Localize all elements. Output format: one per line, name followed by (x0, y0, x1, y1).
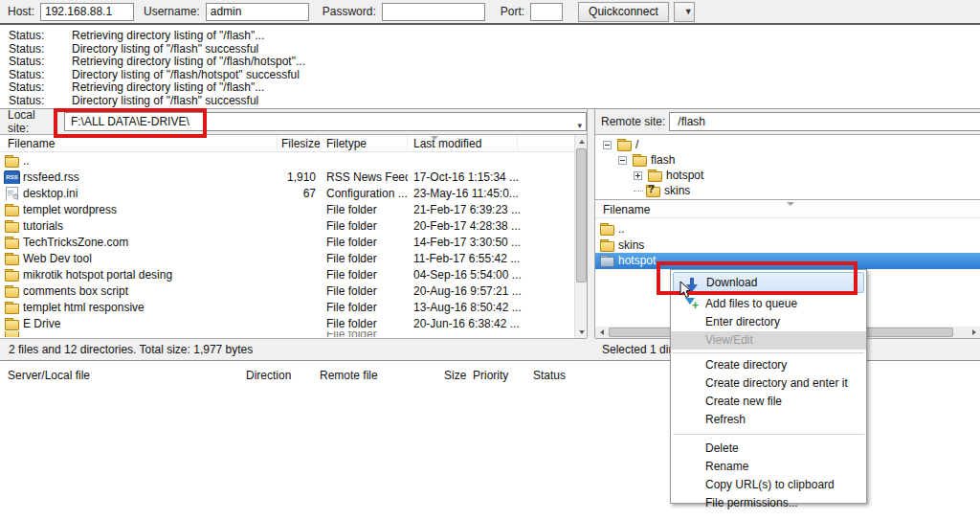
tree-item-flash[interactable]: flash (595, 152, 980, 168)
local-row-folder[interactable]: mikrotik hotspot portal desing File fold… (0, 266, 574, 283)
log-label: Status: (9, 43, 72, 57)
mouse-cursor-icon (679, 281, 693, 300)
folder-icon (4, 252, 19, 265)
menu-item-download[interactable]: Download (673, 272, 864, 293)
column-header-filename[interactable]: Filename (603, 203, 650, 216)
tree-item-root[interactable]: / (595, 137, 980, 152)
queue-column-remote-file[interactable]: Remote file (320, 369, 378, 382)
menu-item-file-permissions[interactable]: File permissions... (671, 494, 866, 512)
folder-icon (4, 154, 19, 168)
local-row-folder[interactable]: templet wordpress File folder 21-Feb-17 … (0, 201, 574, 217)
column-header-filetype[interactable]: Filetype (319, 135, 408, 152)
remote-list-header: Filename (595, 201, 980, 218)
tree-collapse-icon[interactable] (618, 156, 627, 165)
folder-icon (4, 331, 19, 337)
caret-down-icon: ▼ (684, 7, 693, 16)
folder-icon (599, 222, 614, 236)
quickconnect-button[interactable]: Quickconnect (578, 2, 669, 22)
scroll-right-icon (972, 329, 976, 335)
queue-column-status[interactable]: Status (533, 369, 566, 382)
tree-collapse-icon[interactable] (603, 141, 612, 149)
remote-site-bar: Remote site: /flash (595, 109, 980, 135)
log-line: Status:Retrieving directory listing of "… (9, 56, 980, 69)
remote-site-label: Remote site: (601, 115, 665, 128)
tree-expand-icon[interactable] (634, 171, 642, 180)
password-label: Password: (323, 5, 376, 18)
local-site-label: Local site: (8, 108, 59, 135)
chevron-down-icon[interactable]: ▾ (577, 117, 582, 134)
menu-item-rename[interactable]: Rename (671, 458, 866, 476)
local-row-rssfeed[interactable]: rssfeed.rss 1,910 RSS News Feed 17-Oct-1… (0, 169, 574, 185)
tree-connector (634, 191, 643, 192)
local-vertical-scrollbar[interactable] (574, 135, 587, 338)
username-input[interactable] (206, 3, 309, 21)
remote-site-combobox[interactable]: /flash (669, 112, 980, 131)
tree-item-skins[interactable]: ? skins (595, 183, 980, 198)
local-row-folder[interactable]: E Drive File folder 20-Jun-16 6:38:42 ..… (0, 315, 574, 331)
scroll-down-button[interactable] (575, 326, 587, 338)
folder-blue-icon (599, 254, 614, 267)
menu-item-create-directory-and-enter[interactable]: Create directory and enter it (671, 374, 866, 393)
log-message: Retrieving directory listing of "/flash"… (72, 30, 264, 43)
port-input[interactable] (530, 3, 563, 21)
scrollbar-thumb[interactable] (576, 148, 587, 283)
tree-item-hotspot[interactable]: hotspot (595, 168, 980, 183)
remote-row-parent-dir[interactable]: .. (595, 221, 980, 237)
folder-icon (4, 284, 19, 298)
password-input[interactable] (382, 3, 485, 21)
local-row-clipped[interactable]: File folder (0, 331, 574, 337)
rss-icon (4, 170, 19, 184)
scroll-up-button[interactable] (575, 135, 587, 147)
menu-item-refresh[interactable]: Refresh (671, 411, 866, 429)
local-row-desktop-ini[interactable]: ⚙desktop.ini 67 Configuration ... 23-May… (0, 185, 574, 201)
local-list-header: Filename Filesize Filetype Last modified (0, 135, 587, 152)
queue-column-priority[interactable]: Priority (473, 369, 508, 382)
column-header-filename[interactable]: Filename (0, 135, 278, 152)
scroll-down-icon (579, 330, 585, 334)
scroll-left-icon (600, 329, 604, 335)
filezilla-window: Host: Username: Password: Port: Quickcon… (0, 0, 980, 520)
local-site-combobox[interactable]: F:\ALL DATA\E-DRIVE\ ▾ (64, 112, 587, 131)
local-row-folder[interactable]: TechTricksZone.com File folder 14-Feb-17… (0, 234, 574, 250)
folder-icon (4, 301, 19, 314)
host-input[interactable] (40, 3, 134, 21)
username-label: Username: (144, 5, 200, 18)
pane-splitter[interactable] (587, 109, 595, 360)
quickconnect-bar: Host: Username: Password: Port: Quickcon… (0, 0, 980, 25)
folder-icon (647, 169, 662, 182)
scroll-right-button[interactable] (968, 327, 980, 338)
local-row-folder[interactable]: Web Dev tool File folder 11-Feb-17 6:55:… (0, 250, 574, 266)
menu-item-create-directory[interactable]: Create directory (671, 356, 866, 374)
remote-row-skins[interactable]: skins (595, 237, 980, 254)
menu-separator (673, 352, 864, 353)
menu-item-create-new-file[interactable]: Create new file (671, 393, 866, 411)
queue-column-server-local-file[interactable]: Server/Local file (8, 369, 90, 382)
local-row-folder[interactable]: comments box script File folder 20-Aug-1… (0, 283, 574, 299)
log-label: Status: (9, 56, 72, 69)
local-row-parent-dir[interactable]: .. (0, 152, 574, 169)
local-site-path: F:\ALL DATA\E-DRIVE\ (71, 115, 189, 128)
log-line: Status:Retrieving directory listing of "… (9, 30, 980, 43)
add-to-queue-icon (683, 298, 697, 311)
local-file-list: Filename Filesize Filetype Last modified… (0, 135, 587, 338)
menu-item-add-files-to-queue[interactable]: Add files to queue (671, 295, 866, 313)
log-label: Status: (9, 95, 72, 108)
menu-item-delete[interactable]: Delete (671, 440, 866, 458)
queue-column-size[interactable]: Size (444, 369, 466, 382)
local-row-folder[interactable]: tutorials File folder 20-Feb-17 4:28:38 … (0, 217, 574, 234)
local-row-folder[interactable]: templet html responsive File folder 13-A… (0, 299, 574, 315)
queue-column-direction[interactable]: Direction (246, 369, 291, 382)
log-label: Status: (9, 69, 72, 82)
port-label: Port: (501, 5, 524, 18)
remote-row-hotspot-selected[interactable]: hotspot (595, 253, 980, 269)
menu-item-enter-directory[interactable]: Enter directory (671, 313, 866, 331)
column-header-filesize[interactable]: Filesize (278, 135, 319, 152)
gear-icon: ⚙ (12, 193, 19, 200)
folder-icon (632, 153, 647, 167)
quickconnect-dropdown-button[interactable]: ▼ (674, 2, 695, 22)
folder-icon (616, 138, 632, 151)
scroll-left-button[interactable] (595, 327, 608, 338)
sort-descending-icon (787, 202, 794, 206)
menu-item-copy-urls-to-clipboard[interactable]: Copy URL(s) to clipboard (671, 476, 866, 494)
column-header-last-modified[interactable]: Last modified (408, 135, 518, 152)
